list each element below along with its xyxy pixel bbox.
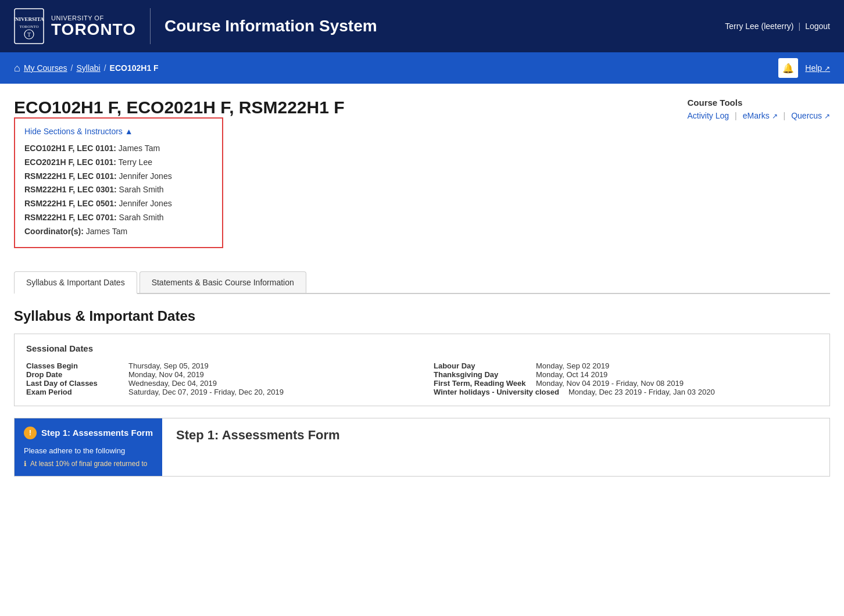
section-row: ECO102H1 F, LEC 0101: James Tam — [24, 142, 213, 156]
pipe-divider: | — [799, 22, 801, 31]
breadcrumb-sep-2: / — [104, 63, 106, 73]
date-row: Classes BeginThursday, Sep 05, 2019 — [26, 361, 410, 370]
info-icon: ℹ — [24, 460, 27, 468]
breadcrumb-current: ECO102H1 F — [110, 63, 159, 73]
system-title: Course Information System — [164, 17, 377, 35]
emarks-link[interactable]: eMarks ↗ — [743, 111, 778, 120]
section-row: RSM222H1 F, LEC 0701: Sarah Smith — [24, 211, 213, 225]
hide-sections-link[interactable]: Hide Sections & Instructors ▲ — [24, 127, 213, 136]
date-label: Labour Day — [434, 361, 527, 370]
svg-text:T: T — [27, 31, 31, 38]
university-name: University of TORONTO — [51, 15, 136, 38]
breadcrumb-sep-1: / — [71, 63, 73, 73]
date-value: Monday, Oct 14 2019 — [536, 370, 607, 379]
svg-text:TORONTO: TORONTO — [19, 24, 38, 29]
step1-main-title: Step 1: Assessments Form — [176, 428, 816, 443]
date-row: Exam PeriodSaturday, Dec 07, 2019 - Frid… — [26, 388, 410, 396]
date-label: Thanksgiving Day — [434, 370, 527, 379]
date-row: First Term, Reading WeekMonday, Nov 04 2… — [434, 379, 818, 388]
username-display: Terry Lee (leeterry) — [725, 22, 793, 31]
notifications-button[interactable]: 🔔 — [778, 58, 798, 78]
date-value: Saturday, Dec 07, 2019 - Friday, Dec 20,… — [128, 388, 284, 396]
date-row: Thanksgiving DayMonday, Oct 14 2019 — [434, 370, 818, 379]
step1-main: Step 1: Assessments Form — [162, 418, 829, 476]
date-label: First Term, Reading Week — [434, 379, 527, 388]
bell-icon: 🔔 — [782, 63, 794, 74]
sessional-title: Sessional Dates — [26, 343, 818, 353]
course-tools-label: Course Tools — [688, 98, 830, 108]
course-title: ECO102H1 F, ECO2021H F, RSM222H1 F — [14, 98, 345, 117]
date-label: Last Day of Classes — [26, 379, 119, 388]
step1-sidebar: ! Step 1: Assessments Form Please adhere… — [15, 418, 162, 476]
date-value: Thursday, Sep 05, 2019 — [128, 361, 209, 370]
university-logo: UNIVERSITAS TORONTO T University of TORO… — [14, 8, 151, 44]
date-row: Last Day of ClassesWednesday, Dec 04, 20… — [26, 379, 410, 388]
date-label: Classes Begin — [26, 361, 119, 370]
syllabus-section: Syllabus & Important Dates Sessional Dat… — [14, 308, 830, 477]
date-label: Exam Period — [26, 388, 119, 396]
uoft-shield-icon: UNIVERSITAS TORONTO T — [14, 8, 44, 44]
header: UNIVERSITAS TORONTO T University of TORO… — [0, 0, 844, 52]
section-row: RSM222H1 F, LEC 0101: Jennifer Jones — [24, 170, 213, 184]
date-value: Monday, Nov 04 2019 - Friday, Nov 08 201… — [536, 379, 684, 388]
tabs-bar: Syllabus & Important Dates Statements & … — [14, 271, 830, 294]
date-value: Monday, Nov 04, 2019 — [128, 370, 204, 379]
dates-grid: Classes BeginThursday, Sep 05, 2019Drop … — [26, 361, 818, 396]
step1-sidebar-bold: Step 1: Assessments Form — [41, 428, 153, 438]
main-content: ECO102H1 F, ECO2021H F, RSM222H1 F Hide … — [0, 84, 844, 477]
breadcrumb-bar: ⌂ My Courses / Syllabi / ECO102H1 F 🔔 He… — [0, 52, 844, 84]
chevron-up-icon: ▲ — [125, 127, 133, 136]
breadcrumb: ⌂ My Courses / Syllabi / ECO102H1 F — [14, 62, 159, 74]
date-value: Monday, Dec 23 2019 - Friday, Jan 03 202… — [568, 388, 715, 396]
svg-text:UNIVERSITAS: UNIVERSITAS — [14, 16, 44, 22]
section-row: RSM222H1 F, LEC 0501: Jennifer Jones — [24, 197, 213, 211]
warning-icon: ! — [24, 427, 37, 439]
section-row: Coordinator(s): James Tam — [24, 225, 213, 239]
course-tools: Course Tools Activity Log | eMarks ↗ | Q… — [688, 98, 830, 120]
section-row: ECO2021H F, LEC 0101: Terry Lee — [24, 156, 213, 170]
course-header: ECO102H1 F, ECO2021H F, RSM222H1 F Hide … — [14, 98, 830, 262]
my-courses-link[interactable]: My Courses — [24, 63, 67, 73]
step1-sidebar-note: Please adhere to the following — [24, 446, 153, 455]
help-link[interactable]: Help ↗ — [805, 63, 830, 73]
quercus-ext-icon: ↗ — [824, 112, 830, 120]
tab-syllabus[interactable]: Syllabus & Important Dates — [14, 271, 137, 294]
header-user-area: Terry Lee (leeterry) | Logout — [725, 22, 830, 31]
step1-sidebar-title: ! Step 1: Assessments Form — [24, 427, 153, 439]
step1-container: ! Step 1: Assessments Form Please adhere… — [14, 418, 830, 477]
date-row: Winter holidays - University closedMonda… — [434, 388, 818, 396]
step1-sidebar-sub: ℹ At least 10% of final grade returned t… — [24, 460, 153, 468]
date-value: Monday, Sep 02 2019 — [536, 361, 609, 370]
sessional-dates-box: Sessional Dates Classes BeginThursday, S… — [14, 334, 830, 406]
activity-log-link[interactable]: Activity Log — [688, 111, 729, 120]
syllabus-heading: Syllabus & Important Dates — [14, 308, 830, 324]
sections-box: Hide Sections & Instructors ▲ ECO102H1 F… — [14, 117, 223, 248]
tab-statements[interactable]: Statements & Basic Course Information — [140, 271, 306, 293]
date-row: Labour DayMonday, Sep 02 2019 — [434, 361, 818, 370]
date-value: Wednesday, Dec 04, 2019 — [128, 379, 217, 388]
dates-left: Classes BeginThursday, Sep 05, 2019Drop … — [26, 361, 410, 396]
date-label: Drop Date — [26, 370, 119, 379]
logout-link[interactable]: Logout — [805, 22, 830, 31]
external-link-icon: ↗ — [824, 65, 830, 73]
syllabi-link[interactable]: Syllabi — [76, 63, 100, 73]
date-label: Winter holidays - University closed — [434, 388, 559, 396]
sections-list: ECO102H1 F, LEC 0101: James TamECO2021H … — [24, 142, 213, 239]
date-row: Drop DateMonday, Nov 04, 2019 — [26, 370, 410, 379]
tools-divider-2: | — [784, 111, 786, 120]
tools-divider-1: | — [735, 111, 737, 120]
step1-sidebar-body: Please adhere to the following ℹ At leas… — [24, 446, 153, 468]
emarks-ext-icon: ↗ — [772, 112, 778, 120]
section-row: RSM222H1 F, LEC 0301: Sarah Smith — [24, 183, 213, 197]
dates-right: Labour DayMonday, Sep 02 2019Thanksgivin… — [434, 361, 818, 396]
course-tools-links: Activity Log | eMarks ↗ | Quercus ↗ — [688, 111, 830, 120]
breadcrumb-right: 🔔 Help ↗ — [778, 58, 830, 78]
home-icon: ⌂ — [14, 62, 20, 74]
quercus-link[interactable]: Quercus ↗ — [791, 111, 830, 120]
